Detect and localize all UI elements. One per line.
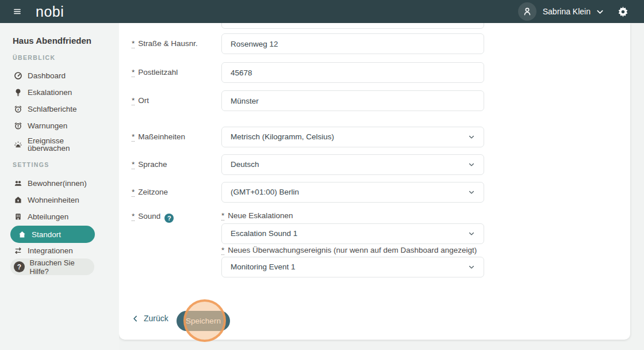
chevron-down-icon xyxy=(468,230,475,237)
back-button[interactable]: Zurück xyxy=(132,314,168,323)
ort-label: *Ort xyxy=(132,90,219,111)
building-icon xyxy=(14,212,22,221)
sidebar-item-wohneinheiten[interactable]: Wohneinheiten xyxy=(14,195,79,204)
sidebar-item-abteilungen[interactable]: Abteilungen xyxy=(14,212,68,221)
house-lock-icon xyxy=(14,196,22,204)
strasse-label: *Straße & Hausnr. xyxy=(132,33,219,54)
sound-label: *Sound? xyxy=(132,211,219,223)
people-icon xyxy=(14,179,22,188)
zeitzone-select[interactable]: (GMT+01:00) Berlin xyxy=(221,182,484,203)
settings-form-card: *Straße & Hausnr. *Postleitzahl *Ort *Ma… xyxy=(119,23,630,340)
sleep-alarm-icon: z xyxy=(14,105,22,113)
user-name[interactable]: Sabrina Klein xyxy=(543,7,591,16)
neue-eskalationen-label: *Neue Eskalationen xyxy=(221,211,293,220)
sidebar-item-schlafberichte[interactable]: z Schlafberichte xyxy=(14,104,77,113)
sidebar-item-eskalationen[interactable]: Eskalationen xyxy=(14,88,72,97)
main-area: *Straße & Hausnr. *Postleitzahl *Ort *Ma… xyxy=(119,23,644,350)
sidebar-item-standort-active[interactable]: Standort xyxy=(10,226,95,243)
gear-icon[interactable] xyxy=(617,6,629,18)
overview-section-heading: ÜBERBLICK xyxy=(13,54,55,61)
avatar[interactable] xyxy=(518,2,536,21)
sidebar-item-integrationen[interactable]: Integrationen xyxy=(14,246,73,255)
sidebar-item-warnungen[interactable]: Warnungen xyxy=(14,121,67,130)
ueberwachungsereignis-label: *Neues Überwachungsereignis (nur wenn au… xyxy=(221,246,477,254)
location-title: Haus Abendfrieden xyxy=(13,36,91,45)
svg-text:z: z xyxy=(17,107,19,111)
masseinheiten-label: *Maßeinheiten xyxy=(132,127,219,147)
sprache-label: *Sprache xyxy=(132,154,219,175)
sprache-select[interactable]: Deutsch xyxy=(221,154,484,175)
sidebar-item-dashboard[interactable]: Dashboard xyxy=(14,71,66,80)
sidebar-item-bewohner[interactable]: Bewohner(innen) xyxy=(14,178,87,188)
house-icon xyxy=(18,230,26,239)
chevron-left-icon xyxy=(132,315,139,322)
question-mark-icon: ? xyxy=(14,261,25,272)
strasse-input[interactable] xyxy=(221,33,484,54)
help-button[interactable]: ? Brauchen Sie Hilfe? xyxy=(10,258,94,275)
sound-help-icon[interactable]: ? xyxy=(164,214,174,223)
app-logo[interactable]: nobi xyxy=(36,1,64,22)
escalation-sound-select[interactable]: Escalation Sound 1 xyxy=(221,223,484,244)
postleitzahl-label: *Postleitzahl xyxy=(132,62,219,83)
postleitzahl-input[interactable] xyxy=(221,62,484,83)
app-header: nobi Sabrina Klein xyxy=(0,0,644,23)
chevron-down-icon xyxy=(468,161,475,168)
sidebar: Haus Abendfrieden ÜBERBLICK Dashboard Es… xyxy=(0,23,119,350)
chevron-down-icon xyxy=(468,189,475,196)
save-button[interactable]: Speichern xyxy=(177,311,230,331)
gauge-icon xyxy=(14,71,22,80)
hamburger-menu-icon[interactable] xyxy=(13,7,22,16)
settings-section-heading: SETTINGS xyxy=(13,161,49,168)
warning-alarm-icon xyxy=(14,121,22,130)
chevron-down-icon[interactable] xyxy=(596,7,604,16)
clipped-input-top[interactable] xyxy=(221,23,484,29)
ort-input[interactable] xyxy=(221,90,484,111)
chevron-down-icon xyxy=(468,134,475,140)
masseinheiten-select[interactable]: Metrisch (Kilogramm, Celsius) xyxy=(221,127,484,147)
zeitzone-label: *Zeitzone xyxy=(132,182,219,203)
chevron-down-icon xyxy=(468,264,475,271)
user-icon xyxy=(522,6,532,17)
sidebar-item-ereignisse-ueberwachen[interactable]: Ereignisse überwachen xyxy=(14,136,85,153)
swap-arrows-icon xyxy=(14,246,22,255)
monitoring-event-select[interactable]: Monitoring Event 1 xyxy=(221,257,484,277)
siren-icon xyxy=(14,140,22,149)
lightbulb-icon xyxy=(14,88,22,97)
